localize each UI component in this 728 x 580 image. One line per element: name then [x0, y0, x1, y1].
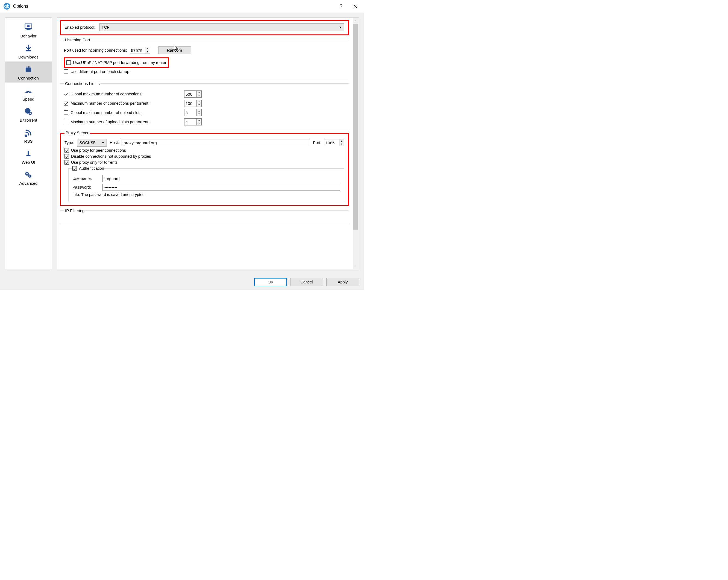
global-slots-checkbox[interactable]: Global maximum number of upload slots:: [64, 110, 181, 115]
network-icon: [23, 64, 34, 75]
sidebar-item-label: Behavior: [20, 34, 36, 38]
checkbox-label: Use proxy only for torrents: [71, 160, 118, 165]
close-button[interactable]: [348, 0, 362, 12]
sidebar-item-label: Speed: [22, 97, 34, 101]
random-button[interactable]: Random: [158, 47, 191, 54]
scroll-track[interactable]: [353, 24, 359, 263]
spinner[interactable]: ▲▼: [145, 47, 150, 54]
username-label: Username:: [72, 176, 100, 181]
checkbox-label: Global maximum number of upload slots:: [71, 110, 142, 115]
gauge-icon: [23, 85, 34, 96]
svg-rect-14: [28, 151, 29, 155]
gears-icon: [23, 170, 34, 180]
sidebar-item-rss[interactable]: RSS: [5, 125, 52, 146]
proxy-port-input[interactable]: ▲▼: [324, 139, 344, 146]
globe-gear-icon: [23, 106, 34, 117]
slots-per-torrent-checkbox[interactable]: Maximum number of upload slots per torre…: [64, 120, 181, 124]
sidebar-item-advanced[interactable]: Advanced: [5, 167, 52, 188]
checkbox-label: Maximum number of upload slots per torre…: [71, 120, 150, 124]
svg-rect-7: [26, 68, 31, 72]
chevron-down-icon: ▼: [102, 141, 105, 144]
scroll-up-icon[interactable]: ˄: [353, 18, 359, 24]
legend: Listening Port: [64, 37, 91, 42]
proxy-host-input[interactable]: [122, 139, 310, 146]
dialog-footer: OK Cancel Apply: [0, 274, 364, 290]
proxy-server-group: Proxy Server Type: SOCKS5▼ Host: Port: ▲…: [60, 133, 349, 206]
upnp-highlight: Use UPnP / NAT-PMP port forwarding from …: [64, 57, 169, 68]
diffport-checkbox[interactable]: Use different port on each startup: [64, 70, 345, 74]
app-icon: qb: [3, 3, 10, 10]
proxy-disable-checkbox[interactable]: Disable connections not supported by pro…: [64, 154, 344, 158]
svg-text:qb: qb: [4, 4, 9, 8]
global-slots-input: ▲▼: [184, 109, 202, 116]
protocol-label: Enabled protocol:: [64, 25, 95, 29]
sidebar-item-label: Web UI: [22, 160, 35, 165]
checkbox-label: Maximum number of connections per torren…: [71, 101, 150, 105]
checkbox-box: [64, 110, 68, 115]
auth-checkbox[interactable]: Authentication: [72, 166, 104, 171]
upnp-checkbox[interactable]: Use UPnP / NAT-PMP port forwarding from …: [67, 60, 166, 65]
ok-button[interactable]: OK: [254, 278, 287, 286]
checkbox-box: [64, 120, 68, 124]
auth-group: Authentication Username: Password: Info:…: [68, 166, 344, 202]
type-label: Type:: [64, 141, 74, 145]
sidebar-item-speed[interactable]: Speed: [5, 82, 52, 104]
checkbox-box: [64, 148, 69, 153]
rss-icon: [23, 127, 34, 138]
listening-port-group: Listening Port Port used for incoming co…: [60, 37, 349, 79]
spinner[interactable]: ▲▼: [197, 91, 202, 98]
per-torrent-checkbox[interactable]: Maximum number of connections per torren…: [64, 101, 181, 105]
spinner[interactable]: ▲▼: [197, 100, 202, 107]
cancel-button[interactable]: Cancel: [290, 278, 323, 286]
svg-point-9: [28, 89, 29, 90]
per-torrent-input[interactable]: ▲▼: [184, 100, 202, 107]
svg-rect-5: [26, 29, 31, 30]
sidebar-item-behavior[interactable]: Behavior: [5, 19, 52, 41]
checkbox-box: [64, 101, 68, 105]
sidebar-item-bittorrent[interactable]: BitTorrent: [5, 104, 52, 125]
spinner: ▲▼: [197, 109, 202, 116]
checkbox-box: [64, 70, 68, 74]
password-input[interactable]: [102, 184, 340, 191]
sidebar-item-webui[interactable]: Web UI: [5, 146, 52, 167]
gear-monitor-icon: [23, 22, 34, 32]
port-label: Port:: [313, 141, 321, 145]
checkbox-box: [72, 166, 77, 171]
sidebar: Behavior Downloads Connection Speed BitT…: [5, 18, 52, 269]
legend: Proxy Server: [64, 131, 89, 135]
svg-point-13: [29, 112, 31, 114]
proxy-type-select[interactable]: SOCKS5▼: [77, 139, 107, 147]
sidebar-item-label: Downloads: [18, 55, 38, 59]
connections-limits-group: Connections Limits Global maximum number…: [60, 81, 349, 131]
enabled-protocol-group: Enabled protocol: TCP ▼: [60, 20, 349, 35]
sidebar-item-label: Advanced: [19, 181, 38, 185]
username-input[interactable]: [102, 175, 340, 182]
port-value[interactable]: [130, 47, 145, 54]
checkbox-label: Global maximum number of connections:: [71, 92, 142, 96]
proxy-torrents-only-checkbox[interactable]: Use proxy only for torrents: [64, 160, 344, 165]
checkbox-label: Disable connections not supported by pro…: [71, 154, 151, 158]
svg-rect-4: [27, 29, 30, 29]
scroll-thumb[interactable]: [353, 24, 358, 230]
vertical-scrollbar[interactable]: ˄ ˅: [353, 18, 359, 269]
port-input[interactable]: ▲▼: [130, 47, 150, 54]
checkbox-label: Use proxy for peer connections: [71, 148, 126, 153]
apply-button[interactable]: Apply: [326, 278, 359, 286]
scroll-down-icon[interactable]: ˅: [353, 263, 359, 269]
checkbox-label: Use different port on each startup: [71, 70, 129, 74]
spinner[interactable]: ▲▼: [339, 139, 344, 146]
help-button[interactable]: ?: [334, 0, 348, 12]
download-icon: [23, 43, 34, 54]
slots-per-torrent-input: ▲▼: [184, 118, 202, 125]
svg-rect-15: [27, 155, 31, 156]
sidebar-item-downloads[interactable]: Downloads: [5, 41, 52, 61]
protocol-select[interactable]: TCP ▼: [99, 24, 344, 31]
global-conn-input[interactable]: ▲▼: [184, 91, 202, 98]
port-label: Port used for incoming connections:: [64, 48, 127, 52]
checkbox-box: [64, 92, 68, 96]
sidebar-item-connection[interactable]: Connection: [5, 61, 52, 82]
global-conn-checkbox[interactable]: Global maximum number of connections:: [64, 92, 181, 96]
proxy-peer-checkbox[interactable]: Use proxy for peer connections: [64, 148, 344, 153]
title-bar: qb Options ?: [0, 0, 364, 12]
host-label: Host:: [110, 141, 119, 145]
